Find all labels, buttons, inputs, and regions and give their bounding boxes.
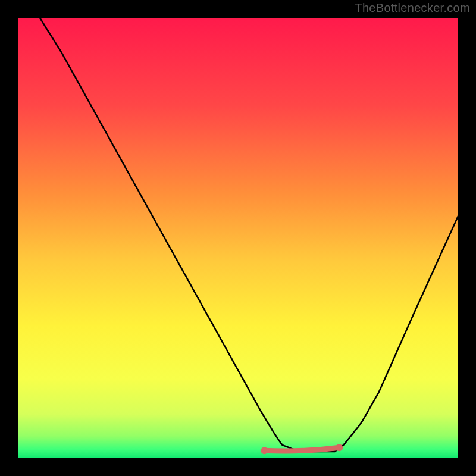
gradient-background [18, 18, 458, 458]
bottleneck-chart [18, 18, 458, 458]
attribution-text: TheBottlenecker.com [355, 1, 470, 15]
chart-container [18, 18, 458, 458]
optimal-range-dot-left [261, 447, 268, 454]
optimal-range-dot-right [336, 444, 343, 451]
